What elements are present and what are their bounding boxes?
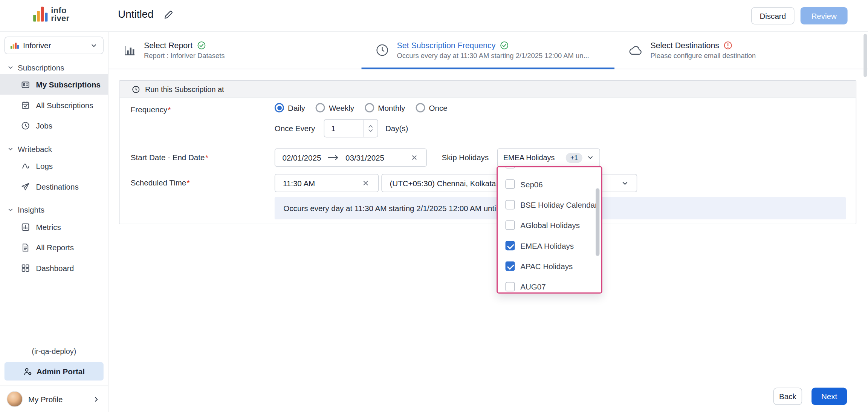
- start-date-value: 02/01/2025: [282, 153, 321, 162]
- page-scrollbar[interactable]: [863, 34, 867, 77]
- interval-value: 1: [324, 124, 363, 133]
- avatar: [7, 391, 23, 407]
- checkbox-checked-icon: [506, 241, 515, 250]
- sidebar-item-metrics[interactable]: Metrics: [0, 217, 108, 237]
- radio-circle: [365, 103, 374, 112]
- date-range-label: Start Date - End Date*: [131, 153, 208, 162]
- chevron-down-icon: [90, 42, 98, 49]
- radio-circle: [275, 103, 284, 112]
- calendar-check-icon: [21, 101, 30, 110]
- admin-user-gear-icon: [23, 367, 32, 376]
- interval-number-input[interactable]: 1: [324, 119, 378, 137]
- warning-circle-icon: [724, 41, 733, 50]
- panel-header: Run this Subscription at: [119, 81, 856, 98]
- sidebar-section-writeback[interactable]: Writeback: [7, 145, 108, 154]
- sidebar-item-my-subscriptions[interactable]: My Subscriptions: [0, 74, 108, 95]
- edit-title-button[interactable]: [163, 10, 173, 20]
- active-step-underline: [362, 67, 615, 69]
- skip-holidays-value: EMEA Holidays: [503, 153, 562, 162]
- check-circle-icon: [197, 41, 206, 50]
- radio-daily[interactable]: Daily: [275, 103, 305, 112]
- sidebar: Inforiver Subscriptions My Subscriptions…: [0, 32, 108, 412]
- sidebar-section-subscriptions[interactable]: Subscriptions: [7, 63, 108, 72]
- sidebar-item-dashboard[interactable]: Dashboard: [0, 257, 108, 278]
- holiday-option-aug07[interactable]: AUG07: [498, 276, 601, 294]
- logs-scribble-icon: [21, 161, 30, 170]
- holiday-calendar-dropdown: Sep06 BSE Holiday Calendar AGlobal Holid…: [497, 166, 602, 294]
- clock-icon: [21, 121, 30, 130]
- inforiver-logo: info river: [33, 7, 69, 22]
- back-button[interactable]: Back: [773, 388, 802, 405]
- chevron-down-icon: [7, 64, 14, 71]
- holiday-option-apac[interactable]: APAC Holidays: [498, 256, 601, 276]
- step-title: Set Subscription Frequency: [397, 41, 496, 50]
- subscription-card-icon: [21, 80, 30, 89]
- sidebar-section-insights[interactable]: Insights: [7, 205, 108, 214]
- arrow-right-icon: [328, 155, 339, 161]
- deployment-label: (ir-qa-deploy): [0, 347, 108, 355]
- sidebar-item-destinations[interactable]: Destinations: [0, 176, 108, 196]
- panel-title: Run this Subscription at: [145, 85, 224, 93]
- inforiver-app: info river Untitled Discard Review Infor…: [0, 0, 868, 412]
- sidebar-item-jobs[interactable]: Jobs: [0, 115, 108, 136]
- step-subtitle: Occurs every day at 11:30 AM starting 2/…: [397, 52, 589, 60]
- holiday-option-aglobal[interactable]: AGlobal Holidays: [498, 215, 601, 235]
- profile-label: My Profile: [28, 395, 87, 404]
- paper-plane-icon: [21, 182, 30, 191]
- more-count-badge: +1: [566, 153, 582, 162]
- clear-date-range-button[interactable]: [410, 153, 419, 162]
- document-icon: [21, 243, 30, 252]
- admin-portal-button[interactable]: Admin Portal: [5, 362, 104, 380]
- clock-icon: [375, 43, 389, 57]
- frequency-label: Frequency*: [131, 105, 171, 114]
- scheduled-time-input[interactable]: 11:30 AM: [275, 174, 379, 192]
- chevron-down-icon: [587, 154, 594, 161]
- end-date-value: 03/31/2025: [345, 153, 384, 162]
- checkbox-icon: [506, 166, 515, 168]
- workspace-selector[interactable]: Inforiver: [5, 37, 104, 54]
- review-button[interactable]: Review: [801, 7, 848, 25]
- clear-time-button[interactable]: [361, 178, 370, 188]
- date-range-input[interactable]: 02/01/2025 03/31/2025: [275, 149, 427, 167]
- chevron-right-icon: [92, 395, 100, 403]
- profile-row[interactable]: My Profile: [0, 386, 108, 412]
- logo-text: info river: [51, 7, 69, 22]
- chevron-down-icon: [621, 179, 629, 187]
- holiday-option-bse[interactable]: BSE Holiday Calendar: [498, 195, 601, 215]
- interval-unit-label: Day(s): [385, 124, 408, 133]
- radio-circle: [416, 103, 425, 112]
- wizard-stepper: Select Report Report : Inforiver Dataset…: [108, 32, 868, 69]
- step-subtitle: Report : Inforiver Datasets: [144, 52, 225, 60]
- workspace-label: Inforiver: [23, 41, 86, 50]
- next-button[interactable]: Next: [811, 388, 847, 405]
- topbar: info river Untitled Discard Review: [0, 0, 868, 32]
- radio-weekly[interactable]: Weekly: [316, 103, 354, 112]
- radio-once[interactable]: Once: [416, 103, 447, 112]
- step-select-report[interactable]: Select Report Report : Inforiver Dataset…: [123, 32, 225, 69]
- skip-holidays-label: Skip Holidays: [442, 153, 489, 162]
- sidebar-item-logs[interactable]: Logs: [0, 156, 108, 176]
- holiday-option-partial[interactable]: [498, 166, 601, 174]
- dropdown-scrollbar[interactable]: [596, 188, 599, 256]
- checkbox-checked-icon: [506, 262, 515, 271]
- dashboard-grid-icon: [21, 263, 30, 273]
- subscription-frequency-panel: Run this Subscription at Frequency* Dail…: [119, 80, 856, 224]
- sidebar-item-all-subscriptions[interactable]: All Subscriptions: [0, 95, 108, 115]
- metrics-chart-icon: [21, 222, 30, 231]
- holiday-option-emea[interactable]: EMEA Holidays: [498, 235, 601, 256]
- step-set-frequency[interactable]: Set Subscription Frequency Occurs every …: [375, 32, 589, 69]
- sidebar-item-all-reports[interactable]: All Reports: [0, 237, 108, 257]
- step-select-destinations[interactable]: Select Destinations Please configure ema…: [628, 32, 756, 69]
- radio-circle: [316, 103, 325, 112]
- discard-button[interactable]: Discard: [751, 7, 795, 25]
- radio-monthly[interactable]: Monthly: [365, 103, 405, 112]
- checkbox-icon: [506, 282, 515, 291]
- number-stepper[interactable]: [363, 119, 377, 137]
- checkbox-icon: [506, 179, 515, 189]
- step-title: Select Destinations: [651, 41, 719, 50]
- clock-icon: [132, 85, 140, 93]
- scheduled-time-label: Scheduled Time*: [131, 178, 190, 187]
- once-every-row: Once Every 1 Day(s): [275, 119, 408, 137]
- skip-holidays-select[interactable]: EMEA Holidays +1: [497, 149, 600, 167]
- holiday-option-sep06[interactable]: Sep06: [498, 174, 601, 194]
